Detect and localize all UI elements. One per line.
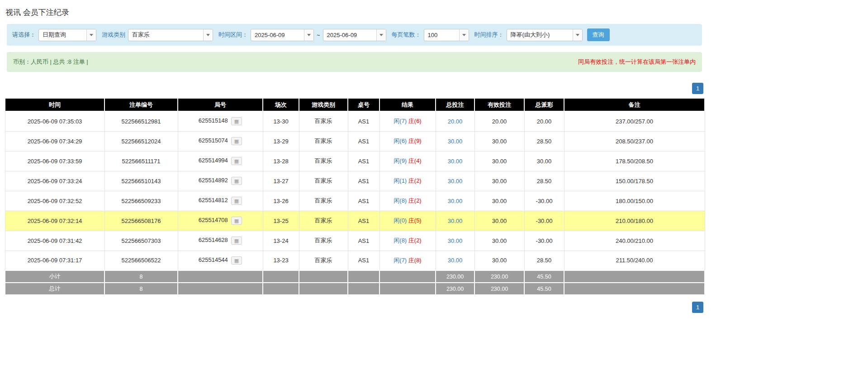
result-player: 闲(8) — [394, 237, 407, 244]
table-row: 2025-06-09 07:33:24522566510143625514892… — [5, 171, 705, 191]
footer-cell: 45.50 — [524, 270, 564, 283]
filter-bar: 请选择： 日期查询 游戏类别 百家乐 时间区间： 2025-06-09 ~ 20… — [7, 24, 702, 46]
cell-total-bet: 20.00 — [436, 111, 474, 131]
page-size-select[interactable]: 100 — [424, 29, 469, 41]
cell-valid-bet: 30.00 — [474, 171, 524, 191]
cell-round-id: 625514544▦ — [178, 251, 263, 270]
page: 视讯 会员下注纪录 请选择： 日期查询 游戏类别 百家乐 时间区间： 2025-… — [0, 0, 709, 313]
chevron-down-icon[interactable] — [203, 29, 213, 41]
query-type-select[interactable]: 日期查询 — [38, 29, 96, 41]
footer-cell: 230.00 — [474, 283, 524, 295]
column-header: 备注 — [564, 98, 705, 111]
cell-time: 2025-06-09 07:33:59 — [5, 151, 104, 171]
round-detail-icon[interactable]: ▦ — [231, 217, 242, 225]
total-bet-link[interactable]: 30.00 — [448, 218, 463, 224]
cell-payout: 28.50 — [524, 131, 564, 151]
cell-total-bet: 30.00 — [436, 231, 474, 251]
cell-table-no: AS1 — [348, 151, 379, 171]
total-bet-link[interactable]: 30.00 — [448, 198, 463, 204]
game-type-select[interactable]: 百家乐 — [128, 29, 213, 41]
total-bet-link[interactable]: 30.00 — [448, 237, 463, 244]
table-row: 2025-06-09 07:35:03522566512981625515148… — [5, 111, 705, 131]
result-player: 闲(0) — [394, 217, 407, 224]
footer-cell — [348, 283, 379, 295]
pagination-bottom: 1 — [5, 302, 703, 313]
footer-cell — [564, 270, 705, 283]
cell-payout: 28.50 — [524, 171, 564, 191]
cell-table-no: AS1 — [348, 171, 379, 191]
table-row: 2025-06-09 07:31:17522566506522625514544… — [5, 251, 705, 270]
cell-round-id: 625514628▦ — [178, 231, 263, 251]
cell-valid-bet: 30.00 — [474, 151, 524, 171]
cell-time: 2025-06-09 07:32:52 — [5, 191, 104, 211]
footer-cell — [178, 270, 263, 283]
total-bet-link[interactable]: 30.00 — [448, 158, 463, 165]
cell-payout: -30.00 — [524, 211, 564, 231]
cell-table-no: AS1 — [348, 251, 379, 270]
cell-valid-bet: 20.00 — [474, 111, 524, 131]
cell-valid-bet: 30.00 — [474, 191, 524, 211]
page-size-label: 每页笔数： — [392, 31, 421, 39]
round-detail-icon[interactable]: ▦ — [231, 177, 242, 185]
cell-table-no: AS1 — [348, 231, 379, 251]
table-row: 2025-06-09 07:31:42522566507303625514628… — [5, 231, 705, 251]
round-detail-icon[interactable]: ▦ — [231, 237, 242, 245]
result-banker: 庄(9) — [408, 137, 422, 144]
page-button-1[interactable]: 1 — [692, 302, 703, 313]
bet-records-table: 时间注单编号局号场次游戏类别桌号结果总投注有效投注总派彩备注 2025-06-0… — [5, 98, 705, 295]
chevron-down-icon[interactable] — [304, 29, 313, 41]
sort-select[interactable]: 降幂(由大到小) — [507, 29, 583, 41]
cell-result: 闲(8) 庄(2) — [379, 191, 436, 211]
chevron-down-icon[interactable] — [459, 29, 469, 41]
cell-bet-id: 522566507303 — [104, 231, 178, 251]
round-detail-icon[interactable]: ▦ — [231, 256, 242, 265]
footer-cell: 小计 — [5, 270, 104, 283]
result-banker: 庄(4) — [408, 157, 422, 164]
round-detail-icon[interactable]: ▦ — [231, 117, 242, 125]
cell-remark: 208.50/237.00 — [564, 131, 705, 151]
search-button[interactable]: 查询 — [587, 28, 610, 41]
result-player: 闲(8) — [394, 197, 407, 204]
cell-bet-id: 522566512024 — [104, 131, 178, 151]
cell-round-id: 625514892▦ — [178, 171, 263, 191]
column-header: 场次 — [263, 98, 299, 111]
game-type-label: 游戏类别 — [102, 31, 125, 39]
cell-game-type: 百家乐 — [299, 111, 348, 131]
cell-table-no: AS1 — [348, 111, 379, 131]
footer-cell — [379, 270, 436, 283]
currency-total-text: 币别：人民币 | 总共 :8 注单 | — [13, 58, 88, 66]
date-from-select[interactable]: 2025-06-09 — [251, 29, 314, 41]
round-detail-icon[interactable]: ▦ — [231, 137, 242, 145]
total-row: 总计8230.00230.0045.50 — [5, 283, 705, 295]
column-header: 局号 — [178, 98, 263, 111]
total-bet-link[interactable]: 20.00 — [448, 118, 463, 125]
footer-cell — [348, 270, 379, 283]
cell-round-id: 625515074▦ — [178, 131, 263, 151]
chevron-down-icon[interactable] — [376, 29, 386, 41]
chevron-down-icon[interactable] — [573, 29, 582, 41]
cell-round-id: 625514812▦ — [178, 191, 263, 211]
cell-valid-bet: 30.00 — [474, 251, 524, 270]
subtotal-row: 小计8230.00230.0045.50 — [5, 270, 705, 283]
page-button-1[interactable]: 1 — [692, 83, 703, 94]
cell-bet-id: 522566509233 — [104, 191, 178, 211]
total-bet-link[interactable]: 30.00 — [448, 178, 463, 185]
date-to-value: 2025-06-09 — [323, 29, 376, 41]
query-type-label: 请选择： — [12, 31, 36, 39]
cell-result: 闲(8) 庄(2) — [379, 231, 436, 251]
cell-session: 13-28 — [263, 151, 299, 171]
round-detail-icon[interactable]: ▦ — [231, 197, 242, 205]
game-type-value: 百家乐 — [128, 29, 203, 41]
round-detail-icon[interactable]: ▦ — [231, 157, 242, 165]
date-to-select[interactable]: 2025-06-09 — [323, 29, 386, 41]
notice-text: 同局有效投注，统一计算在该局第一张注单内 — [578, 58, 696, 66]
cell-payout: 28.50 — [524, 251, 564, 270]
total-bet-link[interactable]: 30.00 — [448, 257, 463, 264]
query-type-value: 日期查询 — [39, 29, 86, 41]
cell-total-bet: 30.00 — [436, 251, 474, 270]
total-bet-link[interactable]: 30.00 — [448, 138, 463, 145]
cell-game-type: 百家乐 — [299, 231, 348, 251]
chevron-down-icon[interactable] — [86, 29, 96, 41]
cell-payout: -30.00 — [524, 231, 564, 251]
summary-bar: 币别：人民币 | 总共 :8 注单 | 同局有效投注，统一计算在该局第一张注单内 — [7, 52, 702, 72]
